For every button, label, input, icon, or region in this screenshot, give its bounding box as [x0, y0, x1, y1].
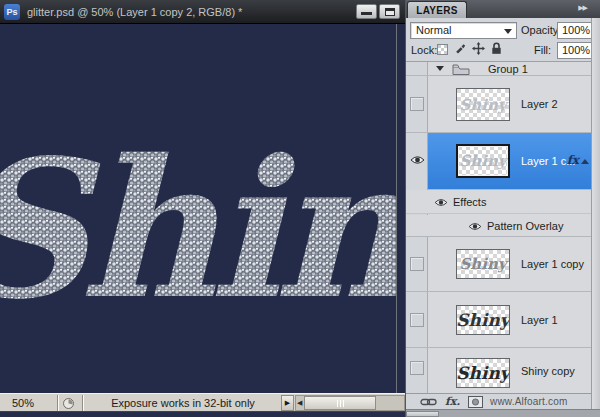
layers-panel-footer: fx. www.Alfoart.com: [406, 393, 591, 409]
layer-name: Layer 1 copy: [521, 237, 584, 291]
layer-fx-badge[interactable]: fx: [567, 153, 579, 167]
visibility-checkbox[interactable]: [410, 313, 424, 327]
document-titlebar[interactable]: Ps glitter.psd @ 50% (Layer 1 copy 2, RG…: [0, 0, 405, 24]
add-layer-mask-icon[interactable]: [468, 396, 483, 410]
grip-icon: [343, 400, 344, 407]
thumbnail-shiny-text: Shiny: [456, 310, 509, 330]
layers-list: Group 1 Shiny Layer 2 Shiny Layer 1 c...…: [406, 62, 591, 409]
minimize-button[interactable]: [356, 4, 377, 19]
status-divider: [57, 395, 59, 411]
layer-row-layer-1[interactable]: Shiny Layer 1: [406, 292, 591, 348]
canvas-horizontal-scrollbar[interactable]: ◀: [295, 395, 405, 411]
link-layers-icon[interactable]: [420, 397, 437, 409]
fill-value-field[interactable]: 100%: [557, 42, 595, 59]
document-window: Ps glitter.psd @ 50% (Layer 1 copy 2, RG…: [0, 0, 405, 417]
grip-icon: [337, 400, 338, 407]
canvas[interactable]: Shiny: [0, 24, 397, 393]
lock-all-icon[interactable]: [491, 42, 502, 57]
alfoart-watermark: www.Alfoart.com: [490, 394, 567, 409]
effects-row[interactable]: Effects: [406, 190, 591, 214]
layer-thumbnail[interactable]: Shiny: [456, 305, 510, 335]
canvas-vertical-scrollbar[interactable]: [396, 24, 397, 393]
fill-label: Fill:: [534, 42, 551, 59]
opacity-label: Opacity:: [521, 22, 561, 39]
doc-info-icon[interactable]: [62, 397, 75, 412]
photoshop-app-icon: Ps: [4, 4, 20, 20]
effects-label: Effects: [453, 190, 486, 213]
panel-bottom-scrollbar-thumb[interactable]: [406, 411, 439, 417]
lock-position-icon[interactable]: [472, 42, 485, 57]
thumbnail-shiny-text: Shiny: [459, 152, 506, 170]
thumbnail-shiny-text: Shiny: [459, 255, 506, 273]
status-menu-arrow-button[interactable]: ▶: [281, 395, 294, 411]
photoshop-workspace: Ps glitter.psd @ 50% (Layer 1 copy 2, RG…: [0, 0, 600, 417]
lock-image-icon[interactable]: [454, 42, 466, 56]
layer-row-layer-2[interactable]: Shiny Layer 2: [406, 76, 591, 133]
scroll-left-arrow-icon[interactable]: ◀: [297, 396, 302, 410]
status-message: Exposure works in 32-bit only: [88, 394, 278, 412]
thumbnail-shiny-text: Shiny: [459, 96, 506, 114]
layer-thumbnail[interactable]: Shiny: [456, 144, 510, 178]
layers-panel: LAYERS ▶▶ Normal Opacity: 100% Lock:: [405, 0, 600, 417]
eye-icon[interactable]: [468, 222, 482, 231]
minimize-icon: [361, 12, 372, 15]
grip-icon: [340, 400, 341, 407]
layer-row-group-1[interactable]: Group 1: [406, 62, 591, 76]
layer-name: Layer 1: [521, 292, 558, 347]
layer-row-layer-1-copy-2-selected[interactable]: Shiny Layer 1 c... fx: [428, 133, 591, 190]
eye-icon[interactable]: [434, 198, 448, 207]
effects-toggle-arrow-icon[interactable]: [581, 159, 589, 164]
lock-transparency-icon[interactable]: [437, 44, 448, 55]
status-bar: 50% Exposure works in 32-bit only ▶ ◀: [0, 393, 405, 412]
window-bottom-edge: [0, 412, 405, 417]
eye-icon[interactable]: [410, 155, 425, 165]
lock-buttons: [437, 42, 502, 56]
layer-name: Group 1: [488, 62, 528, 75]
layer-thumbnail[interactable]: Shiny: [456, 88, 510, 121]
chevron-down-icon: [504, 29, 512, 34]
layer-thumbnail[interactable]: Shiny: [456, 358, 510, 388]
layer-row-shiny-copy[interactable]: Shiny Shiny copy: [406, 348, 591, 393]
zoom-level-field[interactable]: 50%: [0, 394, 57, 412]
layer-name: Shiny copy: [521, 348, 575, 393]
layer-name: Layer 2: [521, 76, 558, 132]
document-title: glitter.psd @ 50% (Layer 1 copy 2, RGB/8…: [27, 0, 242, 24]
visibility-checkbox[interactable]: [410, 257, 424, 271]
thumbnail-shiny-text: Shiny: [456, 363, 509, 383]
panel-bottom-scrollbar[interactable]: [406, 409, 600, 417]
pattern-overlay-label: Pattern Overlay: [487, 215, 563, 236]
status-divider: [82, 395, 84, 411]
visibility-checkbox[interactable]: [410, 361, 424, 375]
blend-mode-dropdown[interactable]: Normal: [410, 22, 517, 39]
layer-thumbnail[interactable]: Shiny: [456, 249, 510, 279]
layers-controls: Normal Opacity: 100% Lock:: [406, 18, 600, 62]
layer-row-layer-1-copy[interactable]: Shiny Layer 1 copy: [406, 237, 591, 292]
group-expand-arrow-icon[interactable]: [436, 66, 444, 71]
tab-layers[interactable]: LAYERS: [407, 1, 467, 18]
add-layer-style-button[interactable]: fx.: [445, 394, 460, 409]
panel-vertical-scrollbar[interactable]: [591, 18, 600, 409]
opacity-value-field[interactable]: 100%: [557, 22, 595, 39]
blend-mode-value: Normal: [416, 24, 451, 36]
panel-menu-icon[interactable]: ▶▶: [578, 4, 587, 12]
horizontal-scrollbar-thumb[interactable]: [304, 396, 376, 410]
folder-icon: [452, 63, 470, 77]
panel-tab-bar: LAYERS ▶▶: [406, 0, 600, 18]
canvas-shiny-text: Shiny: [0, 118, 397, 341]
restore-icon: [385, 8, 395, 16]
glitter-text-artwork: Shiny: [0, 24, 397, 393]
pattern-overlay-row[interactable]: Pattern Overlay: [406, 215, 591, 237]
restore-button[interactable]: [379, 4, 400, 19]
lock-label: Lock:: [411, 42, 437, 59]
visibility-checkbox[interactable]: [410, 97, 424, 111]
